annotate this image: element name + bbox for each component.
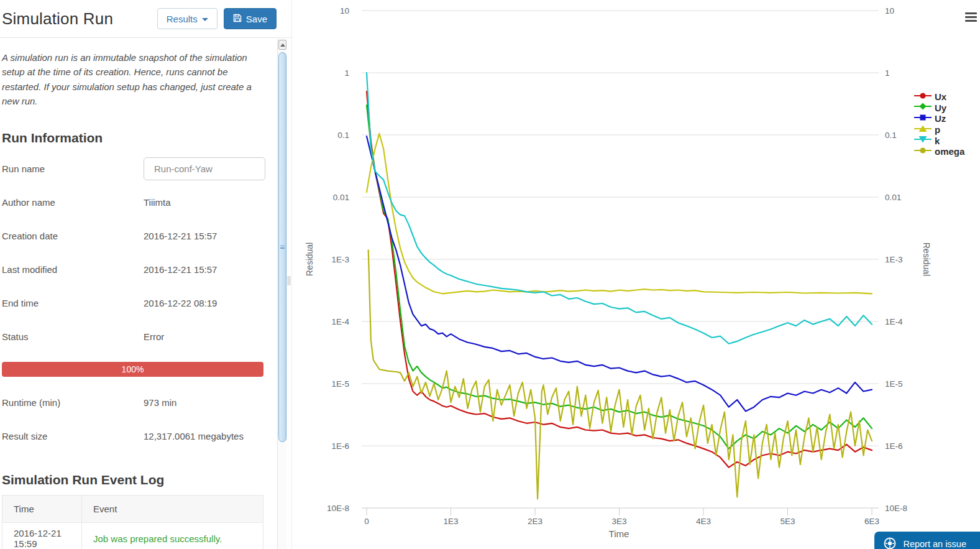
panel-scrollbar[interactable] [277, 39, 286, 549]
y-axis-tick-label-right: 1E-6 [885, 441, 903, 451]
x-axis-tick-label: 4E3 [696, 517, 711, 526]
event-log-header-row: TimeEvent [2, 496, 263, 523]
circle-marker-icon [914, 91, 932, 103]
run-progress-bar: 100% [2, 362, 263, 377]
run-info-after-label: Result size [2, 431, 144, 441]
run-info-value: 2016-12-21 15:57 [144, 264, 263, 275]
run-name-input[interactable] [144, 157, 265, 180]
scrollbar-up-arrow-icon[interactable] [278, 40, 286, 50]
x-axis-tick-label: 6E3 [864, 517, 879, 526]
event-log-heading: Simulation Run Event Log [2, 473, 263, 487]
run-info-label: Creation date [2, 231, 144, 241]
y-axis-tick-label-right: 0.1 [885, 131, 897, 140]
run-info-row-2: Last modified2016-12-21 15:57 [2, 252, 263, 286]
residuals-chart-area: 1010110.10.10.010.011E-31E-31E-41E-41E-5… [292, 0, 980, 549]
y-axis-tick-label-right: 10 [885, 6, 894, 16]
y-axis-tick-label-left: 1E-6 [331, 441, 349, 451]
run-info-row-4: StatusError [2, 320, 263, 353]
legend-item-p[interactable]: p [914, 124, 964, 136]
event-log-row: 2016-12-21 15:59Job was prepared success… [2, 523, 263, 549]
run-info-value: Error [144, 331, 263, 342]
panel-header: Simulation Run Results Save [0, 0, 291, 38]
legend-label: Uy [935, 103, 946, 113]
scrollbar-thumb[interactable] [278, 52, 286, 442]
save-button-label: Save [246, 14, 267, 24]
series-Uy [367, 105, 872, 448]
results-button-label: Results [167, 14, 198, 24]
scrollbar-grip-icon [280, 246, 285, 249]
run-info-after-value: 12,317.0061 megabytes [144, 431, 263, 441]
run-name-label: Run name [2, 164, 144, 174]
circle-marker-icon [914, 146, 932, 157]
chart-menu-icon[interactable] [965, 12, 977, 24]
simulation-run-panel: Simulation Run Results Save A simulation… [0, 0, 292, 549]
series-Uz [367, 136, 872, 411]
legend-item-k[interactable]: k [914, 135, 964, 146]
y-axis-tick-label-left: 0.1 [337, 131, 349, 140]
y-axis-tick-label-left: 1E-4 [331, 317, 349, 326]
run-info-after-value: 973 min [144, 397, 263, 408]
residuals-chart: 1010110.10.10.010.011E-31E-31E-41E-41E-5… [292, 0, 980, 549]
series-Ux [367, 91, 872, 468]
x-axis-tick-label: 3E3 [611, 517, 626, 526]
triangle-up-marker-icon [914, 124, 932, 136]
panel-resize-handle[interactable] [288, 276, 290, 285]
event-time: 2016-12-21 15:59 [2, 523, 82, 549]
y-axis-tick-label-right: 1E-4 [885, 317, 903, 326]
save-button[interactable]: Save [224, 8, 277, 29]
legend-item-Ux[interactable]: Ux [914, 91, 964, 103]
run-description-text: A simulation run is an immutable snapsho… [2, 50, 263, 108]
page-title: Simulation Run [2, 9, 113, 29]
caret-down-icon [202, 18, 208, 21]
run-info-label: Last modified [2, 264, 144, 275]
run-info-row-0: Author nameTiiimta [2, 185, 263, 219]
run-info-value: Tiiimta [144, 197, 263, 208]
results-dropdown-button[interactable]: Results [157, 8, 218, 29]
legend-item-Uy[interactable]: Uy [914, 103, 964, 114]
y-axis-tick-label-left: 10 [340, 6, 349, 16]
legend-label: omega [935, 146, 964, 157]
x-axis-tick-label: 0 [364, 517, 369, 526]
square-marker-icon [914, 113, 932, 124]
y-axis-tick-label-left: 0.01 [333, 193, 349, 202]
y-axis-tick-label-left: 1 [344, 68, 349, 78]
run-info-row-1: Creation date2016-12-21 15:57 [2, 219, 263, 252]
legend-item-omega[interactable]: omega [914, 146, 964, 157]
series-k [367, 73, 872, 344]
chart-legend[interactable]: UxUyUzpkomega [914, 91, 964, 157]
y-axis-tick-label-right: 1E-3 [885, 255, 903, 264]
run-information-heading: Run Information [2, 131, 263, 145]
event-message: Job was prepared successfully. [82, 523, 263, 549]
y-axis-title-right: Residual [922, 242, 932, 276]
run-information-rows: Run name Author nameTiiimtaCreation date… [2, 152, 263, 353]
y-axis-tick-label-left: 1E-5 [331, 379, 349, 389]
save-icon [233, 14, 242, 24]
event-log-table: TimeEvent 2016-12-21 15:59Job was prepar… [2, 495, 263, 549]
x-axis-title: Time [609, 528, 630, 539]
run-information-rows-after: Runtime (min)973 minResult size12,317.00… [2, 385, 263, 453]
y-axis-tick-label-right: 1E-5 [885, 379, 903, 389]
y-axis-tick-label-left: 1E-3 [331, 255, 349, 264]
run-info-label: Status [2, 331, 144, 342]
run-info-value: 2016-12-21 15:57 [144, 231, 263, 241]
legend-label: k [935, 136, 940, 146]
x-axis-tick-label: 2E3 [528, 517, 543, 526]
x-axis-tick-label: 5E3 [780, 517, 795, 526]
run-info-after-row-1: Result size12,317.0061 megabytes [2, 419, 263, 453]
event-log-column-time: Time [2, 496, 82, 523]
event-log-column-event: Event [82, 496, 263, 523]
series-p [367, 134, 872, 293]
y-axis-tick-label-right: 10E-8 [885, 504, 907, 513]
report-issue-button[interactable]: Report an issue [874, 532, 980, 549]
y-axis-title-left: Residual [305, 242, 314, 276]
run-info-value: 2016-12-22 08:19 [144, 298, 263, 308]
x-axis-tick-label: 1E3 [443, 517, 458, 526]
run-info-after-row-0: Runtime (min)973 min [2, 385, 263, 419]
run-info-after-label: Runtime (min) [2, 397, 144, 408]
legend-label: Ux [935, 91, 946, 102]
run-info-label: End time [2, 298, 144, 308]
run-info-row-3: End time2016-12-22 08:19 [2, 286, 263, 320]
y-axis-tick-label-right: 1 [885, 68, 890, 78]
legend-item-Uz[interactable]: Uz [914, 113, 964, 124]
report-issue-icon [883, 537, 897, 549]
